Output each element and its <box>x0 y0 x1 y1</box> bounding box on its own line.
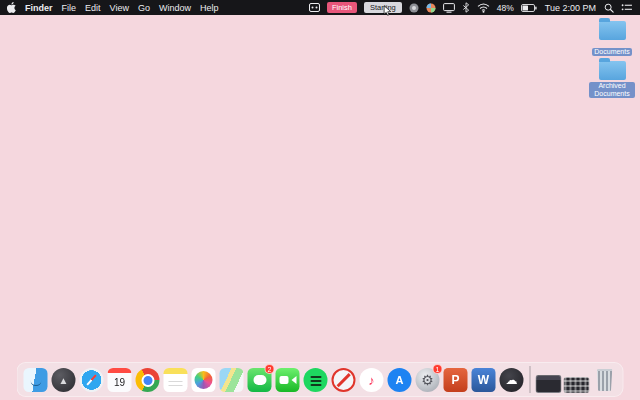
menu-item-help[interactable]: Help <box>200 3 219 13</box>
minimized-window-icon <box>536 375 562 393</box>
desktop-folder-archived-documents[interactable]: Archived Documents <box>589 61 635 100</box>
keyboard-window-icon <box>564 377 590 393</box>
messages-badge: 2 <box>265 364 275 374</box>
trash-icon <box>596 369 613 391</box>
dock-item-music[interactable]: ♪ <box>359 367 385 393</box>
display-mirroring-icon[interactable] <box>443 3 455 13</box>
folder-icon <box>599 61 626 80</box>
bluetooth-icon[interactable] <box>462 2 470 13</box>
music-icon: ♪ <box>360 368 384 392</box>
safari-icon <box>80 368 104 392</box>
dock-item-word[interactable]: W <box>471 367 497 393</box>
folder-icon <box>599 21 626 40</box>
launchpad-icon: ▲ <box>52 368 76 392</box>
menu-item-window[interactable]: Window <box>159 3 191 13</box>
dock-item-safari[interactable] <box>79 367 105 393</box>
dock-item-notes[interactable] <box>163 367 189 393</box>
desktop-folder-documents[interactable]: Documents <box>589 21 635 58</box>
dock-item-powerpoint[interactable]: P <box>443 367 469 393</box>
photos-icon <box>192 368 216 392</box>
system-preferences-badge: 1 <box>433 364 443 374</box>
menu-item-view[interactable]: View <box>110 3 129 13</box>
dock-item-maps[interactable] <box>219 367 245 393</box>
finish-button[interactable]: Finish <box>327 2 357 13</box>
dock-item-do-not-disturb[interactable] <box>331 367 357 393</box>
app-store-icon: A <box>388 368 412 392</box>
menu-extra-app-icon-1[interactable] <box>409 3 419 13</box>
dock-item-cloud[interactable]: ☁ <box>499 367 525 393</box>
dock-item-messages[interactable]: 2 <box>247 367 273 393</box>
folder-label: Archived Documents <box>589 82 635 98</box>
dock-item-app-store[interactable]: A <box>387 367 413 393</box>
powerpoint-icon: P <box>444 368 468 392</box>
notes-icon <box>164 368 188 392</box>
menu-bar-status-area: Finish Starting 48% Tue 2:00 PM <box>309 2 633 13</box>
battery-percentage: 48% <box>497 3 514 13</box>
calendar-date: 19 <box>114 377 125 388</box>
cloud-icon: ☁ <box>500 368 524 392</box>
dock-item-trash[interactable] <box>592 367 618 393</box>
dock-item-calendar[interactable]: 19 <box>107 367 133 393</box>
dock-item-spotify[interactable] <box>303 367 329 393</box>
calendar-icon: 19 <box>108 368 132 392</box>
folder-label: Documents <box>592 48 631 56</box>
menu-bar: Finder File Edit View Go Window Help Fin… <box>0 0 640 15</box>
starting-status[interactable]: Starting <box>364 2 402 13</box>
chrome-icon <box>136 368 160 392</box>
menu-extra-app-icon-2[interactable] <box>426 3 436 13</box>
dock-item-system-preferences[interactable]: 1 ⚙ <box>415 367 441 393</box>
menu-item-finder[interactable]: Finder <box>25 3 53 13</box>
menu-item-go[interactable]: Go <box>138 3 150 13</box>
spotify-icon <box>304 368 328 392</box>
battery-icon[interactable] <box>521 4 537 12</box>
dock-item-finder[interactable] <box>23 367 49 393</box>
spotlight-search-icon[interactable] <box>604 3 614 13</box>
notification-center-icon[interactable] <box>621 3 633 12</box>
menu-item-edit[interactable]: Edit <box>85 3 101 13</box>
dock-item-chrome[interactable] <box>135 367 161 393</box>
menu-item-file[interactable]: File <box>62 3 77 13</box>
menu-bar-clock[interactable]: Tue 2:00 PM <box>544 3 597 13</box>
do-not-disturb-icon <box>332 368 356 392</box>
facetime-icon <box>276 368 300 392</box>
word-icon: W <box>472 368 496 392</box>
dock-item-photos[interactable] <box>191 367 217 393</box>
status-widget-icon[interactable] <box>309 3 320 12</box>
dock-item-minimized-window[interactable] <box>536 367 562 393</box>
apple-menu-icon[interactable] <box>7 2 16 13</box>
dock-item-launchpad[interactable]: ▲ <box>51 367 77 393</box>
dock-separator <box>530 366 531 393</box>
dock-item-keyboard-window[interactable] <box>564 367 590 393</box>
dock-item-facetime[interactable] <box>275 367 301 393</box>
maps-icon <box>220 368 244 392</box>
finder-icon <box>24 368 48 392</box>
mouse-cursor-icon <box>383 5 392 16</box>
wifi-icon[interactable] <box>477 3 490 13</box>
dock: ▲ 19 2 ♪ A 1 ⚙ P <box>17 362 624 397</box>
menu-bar-left: Finder File Edit View Go Window Help <box>7 2 218 13</box>
